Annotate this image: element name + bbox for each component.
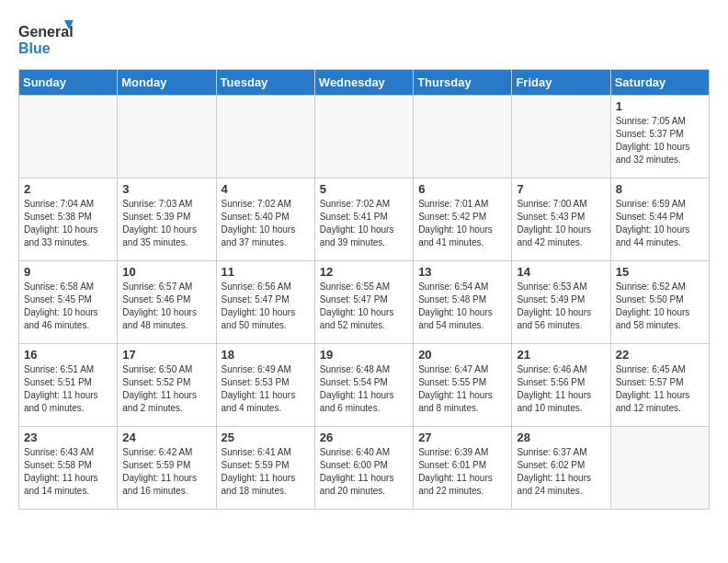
calendar-cell: 1Sunrise: 7:05 AM Sunset: 5:37 PM Daylig… [610,96,709,178]
calendar-cell: 22Sunrise: 6:45 AM Sunset: 5:57 PM Dayli… [610,344,709,427]
calendar-cell: 21Sunrise: 6:46 AM Sunset: 5:56 PM Dayli… [512,344,610,427]
calendar-table: SundayMondayTuesdayWednesdayThursdayFrid… [18,69,710,510]
calendar-cell: 13Sunrise: 6:54 AM Sunset: 5:48 PM Dayli… [414,261,512,344]
day-info: Sunrise: 7:04 AM Sunset: 5:38 PM Dayligh… [24,198,112,249]
day-number: 6 [418,182,506,196]
calendar-cell: 25Sunrise: 6:41 AM Sunset: 5:59 PM Dayli… [216,427,314,510]
day-number: 12 [320,265,408,279]
calendar-cell: 8Sunrise: 6:59 AM Sunset: 5:44 PM Daylig… [610,178,709,261]
calendar-cell: 28Sunrise: 6:37 AM Sunset: 6:02 PM Dayli… [512,427,610,510]
day-number: 27 [418,431,506,444]
day-number: 11 [222,265,310,279]
day-info: Sunrise: 6:49 AM Sunset: 5:53 PM Dayligh… [222,363,310,415]
day-info: Sunrise: 6:48 AM Sunset: 5:54 PM Dayligh… [320,363,408,415]
calendar-cell: 24Sunrise: 6:42 AM Sunset: 5:59 PM Dayli… [118,427,216,510]
day-number: 1 [616,99,704,113]
day-info: Sunrise: 6:47 AM Sunset: 5:55 PM Dayligh… [418,363,506,415]
day-number: 4 [222,182,310,196]
day-info: Sunrise: 6:56 AM Sunset: 5:47 PM Dayligh… [222,281,310,332]
calendar-cell: 7Sunrise: 7:00 AM Sunset: 5:43 PM Daylig… [512,178,610,261]
day-number: 10 [122,265,210,279]
day-info: Sunrise: 7:03 AM Sunset: 5:39 PM Dayligh… [122,198,210,249]
calendar-cell [512,96,610,178]
day-number: 26 [320,431,408,444]
weekday-header: Wednesday [314,70,413,96]
day-number: 28 [517,431,605,444]
day-info: Sunrise: 6:50 AM Sunset: 5:52 PM Dayligh… [122,363,210,415]
calendar-cell: 15Sunrise: 6:52 AM Sunset: 5:50 PM Dayli… [610,261,709,344]
calendar-cell [414,96,512,178]
calendar-cell: 9Sunrise: 6:58 AM Sunset: 5:45 PM Daylig… [19,261,118,344]
calendar-cell: 10Sunrise: 6:57 AM Sunset: 5:46 PM Dayli… [118,261,216,344]
calendar-week-row: 2Sunrise: 7:04 AM Sunset: 5:38 PM Daylig… [19,178,710,261]
calendar-week-row: 9Sunrise: 6:58 AM Sunset: 5:45 PM Daylig… [19,261,710,344]
calendar-cell [216,96,314,178]
day-number: 9 [24,265,112,279]
weekday-header: Sunday [19,70,118,96]
day-number: 14 [517,265,605,279]
calendar-cell: 17Sunrise: 6:50 AM Sunset: 5:52 PM Dayli… [118,344,216,427]
day-info: Sunrise: 7:05 AM Sunset: 5:37 PM Dayligh… [616,115,704,167]
calendar-cell: 16Sunrise: 6:51 AM Sunset: 5:51 PM Dayli… [19,344,118,427]
day-info: Sunrise: 6:42 AM Sunset: 5:59 PM Dayligh… [122,446,210,498]
calendar-cell: 2Sunrise: 7:04 AM Sunset: 5:38 PM Daylig… [19,178,118,261]
day-number: 8 [616,182,704,196]
day-info: Sunrise: 6:51 AM Sunset: 5:51 PM Dayligh… [24,363,112,415]
day-number: 5 [320,182,408,196]
day-info: Sunrise: 6:40 AM Sunset: 6:00 PM Dayligh… [320,446,408,498]
weekday-header: Monday [118,70,216,96]
day-number: 20 [418,348,506,362]
day-info: Sunrise: 7:02 AM Sunset: 5:40 PM Dayligh… [222,198,310,249]
day-number: 2 [24,182,112,196]
calendar-week-row: 16Sunrise: 6:51 AM Sunset: 5:51 PM Dayli… [19,344,710,427]
day-info: Sunrise: 7:02 AM Sunset: 5:41 PM Dayligh… [320,198,408,249]
day-info: Sunrise: 6:39 AM Sunset: 6:01 PM Dayligh… [418,446,506,498]
day-number: 16 [24,348,112,362]
calendar-cell: 3Sunrise: 7:03 AM Sunset: 5:39 PM Daylig… [118,178,216,261]
day-number: 15 [616,265,704,279]
calendar-cell: 4Sunrise: 7:02 AM Sunset: 5:40 PM Daylig… [216,178,314,261]
weekday-header: Thursday [414,70,512,96]
day-number: 19 [320,348,408,362]
calendar-week-row: 1Sunrise: 7:05 AM Sunset: 5:37 PM Daylig… [19,96,710,178]
day-info: Sunrise: 6:59 AM Sunset: 5:44 PM Dayligh… [616,198,704,249]
day-number: 24 [122,431,210,444]
day-number: 23 [24,431,112,444]
day-info: Sunrise: 6:41 AM Sunset: 5:59 PM Dayligh… [222,446,310,498]
svg-text:Blue: Blue [18,40,51,56]
calendar-cell [610,427,709,510]
day-info: Sunrise: 6:54 AM Sunset: 5:48 PM Dayligh… [418,281,506,332]
svg-text:General: General [18,24,74,40]
weekday-header: Tuesday [216,70,314,96]
logo: GeneralBlue [18,18,74,60]
weekday-header: Saturday [610,70,709,96]
calendar-cell: 27Sunrise: 6:39 AM Sunset: 6:01 PM Dayli… [414,427,512,510]
calendar-header-row: SundayMondayTuesdayWednesdayThursdayFrid… [19,70,710,96]
calendar-cell: 12Sunrise: 6:55 AM Sunset: 5:47 PM Dayli… [314,261,413,344]
logo-svg: GeneralBlue [18,18,74,60]
weekday-header: Friday [512,70,610,96]
day-number: 13 [418,265,506,279]
day-info: Sunrise: 6:55 AM Sunset: 5:47 PM Dayligh… [320,281,408,332]
day-info: Sunrise: 7:00 AM Sunset: 5:43 PM Dayligh… [517,198,605,249]
calendar-cell: 23Sunrise: 6:43 AM Sunset: 5:58 PM Dayli… [19,427,118,510]
calendar-cell: 11Sunrise: 6:56 AM Sunset: 5:47 PM Dayli… [216,261,314,344]
day-info: Sunrise: 6:53 AM Sunset: 5:49 PM Dayligh… [517,281,605,332]
day-info: Sunrise: 7:01 AM Sunset: 5:42 PM Dayligh… [418,198,506,249]
day-info: Sunrise: 6:57 AM Sunset: 5:46 PM Dayligh… [122,281,210,332]
calendar-cell [19,96,118,178]
calendar-week-row: 23Sunrise: 6:43 AM Sunset: 5:58 PM Dayli… [19,427,710,510]
page-header: GeneralBlue [18,18,710,60]
day-info: Sunrise: 6:58 AM Sunset: 5:45 PM Dayligh… [24,281,112,332]
day-number: 17 [122,348,210,362]
calendar-cell [118,96,216,178]
day-number: 21 [517,348,605,362]
calendar-cell: 5Sunrise: 7:02 AM Sunset: 5:41 PM Daylig… [314,178,413,261]
calendar-cell: 19Sunrise: 6:48 AM Sunset: 5:54 PM Dayli… [314,344,413,427]
day-number: 22 [616,348,704,362]
calendar-cell: 14Sunrise: 6:53 AM Sunset: 5:49 PM Dayli… [512,261,610,344]
calendar-cell: 18Sunrise: 6:49 AM Sunset: 5:53 PM Dayli… [216,344,314,427]
day-info: Sunrise: 6:46 AM Sunset: 5:56 PM Dayligh… [517,363,605,415]
calendar-cell: 20Sunrise: 6:47 AM Sunset: 5:55 PM Dayli… [414,344,512,427]
day-info: Sunrise: 6:43 AM Sunset: 5:58 PM Dayligh… [24,446,112,498]
